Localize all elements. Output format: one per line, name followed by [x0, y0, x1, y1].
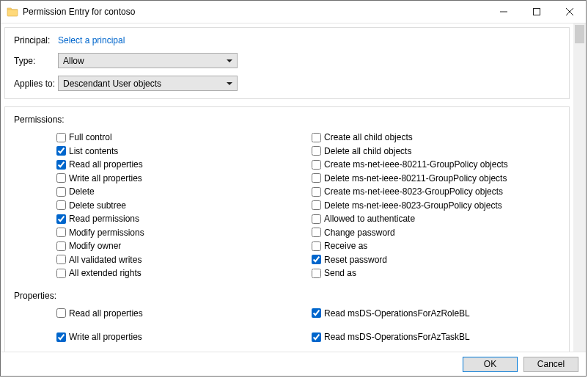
permission-label: All extended rights — [69, 268, 142, 278]
folder-icon — [7, 6, 18, 18]
permission-label: Send as — [324, 268, 356, 278]
permissions-group: Permissions: Full controlList contentsRe… — [4, 106, 570, 352]
permission-checkbox[interactable] — [56, 160, 66, 170]
permission-label: Delete ms-net-ieee-8023-GroupPolicy obje… — [324, 200, 502, 211]
property-checkbox[interactable] — [312, 308, 321, 318]
permissions-columns: Full controlList contentsRead all proper… — [14, 131, 560, 280]
permission-item[interactable]: Delete ms-net-ieee-80211-GroupPolicy obj… — [312, 172, 560, 186]
permission-checkbox[interactable] — [56, 173, 66, 183]
permission-checkbox[interactable] — [56, 214, 66, 224]
property-checkbox[interactable] — [56, 308, 66, 318]
permission-label: All validated writes — [69, 255, 142, 265]
permission-checkbox[interactable] — [56, 146, 66, 156]
vertical-scrollbar[interactable] — [573, 23, 586, 352]
type-select[interactable]: Allow — [58, 53, 238, 68]
window: Permission Entry for contoso Principal: … — [0, 0, 587, 377]
permission-checkbox[interactable] — [56, 228, 66, 237]
permission-item[interactable]: Delete all child objects — [312, 145, 560, 159]
permission-item[interactable]: Delete — [56, 185, 312, 199]
chevron-down-icon — [227, 82, 232, 85]
permission-item[interactable]: All validated writes — [56, 253, 312, 267]
permission-item[interactable]: Create ms-net-ieee-8023-GroupPolicy obje… — [312, 185, 560, 199]
type-value: Allow — [63, 56, 84, 66]
permission-label: Create ms-net-ieee-80211-GroupPolicy obj… — [324, 159, 508, 170]
type-label: Type: — [14, 56, 58, 66]
select-principal-link[interactable]: Select a principal — [58, 35, 125, 46]
permission-item[interactable]: Delete subtree — [56, 199, 312, 213]
permission-item[interactable]: Full control — [56, 131, 312, 145]
property-item[interactable]: Read msDS-OperationsForAzTaskBL — [312, 330, 560, 344]
permission-item[interactable]: Create ms-net-ieee-80211-GroupPolicy obj… — [312, 158, 560, 172]
permission-label: Read permissions — [69, 214, 139, 224]
close-button[interactable] — [553, 1, 586, 23]
client-area-row: Principal: Select a principal Type: Allo… — [1, 23, 586, 352]
permission-checkbox[interactable] — [56, 255, 66, 264]
permission-checkbox[interactable] — [312, 160, 321, 170]
permission-checkbox[interactable] — [56, 241, 66, 251]
permission-item[interactable]: Change password — [312, 226, 560, 240]
permission-checkbox[interactable] — [312, 255, 321, 264]
permission-checkbox[interactable] — [312, 269, 321, 278]
window-title: Permission Entry for contoso — [23, 7, 487, 17]
minimize-button[interactable] — [487, 1, 520, 23]
permission-checkbox[interactable] — [56, 269, 66, 278]
footer: OK Cancel — [1, 352, 586, 376]
property-label: Write all properties — [69, 332, 142, 342]
cancel-button[interactable]: Cancel — [523, 357, 578, 372]
permission-item[interactable]: Receive as — [312, 239, 560, 253]
permission-item[interactable]: Send as — [312, 266, 560, 280]
permission-item[interactable]: Modify permissions — [56, 226, 312, 240]
permission-label: Create ms-net-ieee-8023-GroupPolicy obje… — [324, 186, 503, 197]
permission-label: Change password — [324, 228, 395, 238]
permission-item[interactable]: List contents — [56, 145, 312, 159]
maximize-button[interactable] — [520, 1, 553, 23]
permission-item[interactable]: Create all child objects — [312, 131, 560, 145]
permission-label: Write all properties — [69, 173, 142, 183]
permission-item[interactable]: All extended rights — [56, 266, 312, 280]
permission-label: Delete subtree — [69, 200, 126, 211]
permission-checkbox[interactable] — [56, 200, 66, 210]
scroll-thumb[interactable] — [575, 25, 584, 43]
permission-item[interactable]: Read permissions — [56, 212, 312, 226]
applies-to-value: Descendant User objects — [63, 79, 161, 89]
window-controls — [487, 1, 586, 23]
permission-label: Delete ms-net-ieee-80211-GroupPolicy obj… — [324, 173, 507, 183]
permission-checkbox[interactable] — [312, 241, 321, 251]
permission-label: Full control — [69, 132, 112, 142]
permission-item[interactable]: Reset password — [312, 253, 560, 267]
permission-checkbox[interactable] — [56, 187, 66, 197]
permission-checkbox[interactable] — [56, 133, 66, 142]
permissions-col-left: Full controlList contentsRead all proper… — [14, 131, 312, 280]
permission-checkbox[interactable] — [312, 200, 321, 210]
permission-item[interactable]: Read all properties — [56, 158, 312, 172]
property-label: Read all properties — [69, 308, 143, 319]
permission-label: Modify permissions — [69, 228, 144, 238]
permission-label: Allowed to authenticate — [324, 214, 415, 224]
permission-item[interactable]: Write all properties — [56, 172, 312, 186]
applies-to-select[interactable]: Descendant User objects — [58, 76, 238, 91]
property-label: Read msDS-OperationsForAzRoleBL — [324, 308, 470, 319]
permission-item[interactable]: Delete ms-net-ieee-8023-GroupPolicy obje… — [312, 199, 560, 213]
property-item[interactable]: Read msDS-OperationsForAzRoleBL — [312, 307, 560, 321]
permission-checkbox[interactable] — [312, 228, 321, 237]
svg-rect-1 — [533, 9, 540, 15]
permission-label: Modify owner — [69, 241, 121, 251]
permission-item[interactable]: Modify owner — [56, 239, 312, 253]
property-item[interactable]: Read all properties — [56, 307, 312, 321]
ok-button[interactable]: OK — [463, 357, 518, 372]
properties-label: Properties: — [14, 291, 560, 301]
permissions-label: Permissions: — [14, 115, 560, 125]
property-item[interactable]: Write all properties — [56, 330, 312, 344]
property-checkbox[interactable] — [56, 332, 66, 342]
properties-columns: Read all propertiesWrite all properties … — [14, 307, 560, 352]
permission-checkbox[interactable] — [312, 146, 321, 156]
property-checkbox[interactable] — [312, 332, 321, 342]
permission-checkbox[interactable] — [312, 187, 321, 197]
permissions-col-right: Create all child objectsDelete all child… — [312, 131, 560, 280]
properties-col-right: Read msDS-OperationsForAzRoleBLRead msDS… — [312, 307, 560, 352]
permission-item[interactable]: Allowed to authenticate — [312, 212, 560, 226]
permission-checkbox[interactable] — [312, 214, 321, 224]
permission-checkbox[interactable] — [312, 133, 321, 142]
permission-checkbox[interactable] — [312, 173, 321, 183]
property-label: Read msDS-OperationsForAzTaskBL — [324, 332, 470, 342]
